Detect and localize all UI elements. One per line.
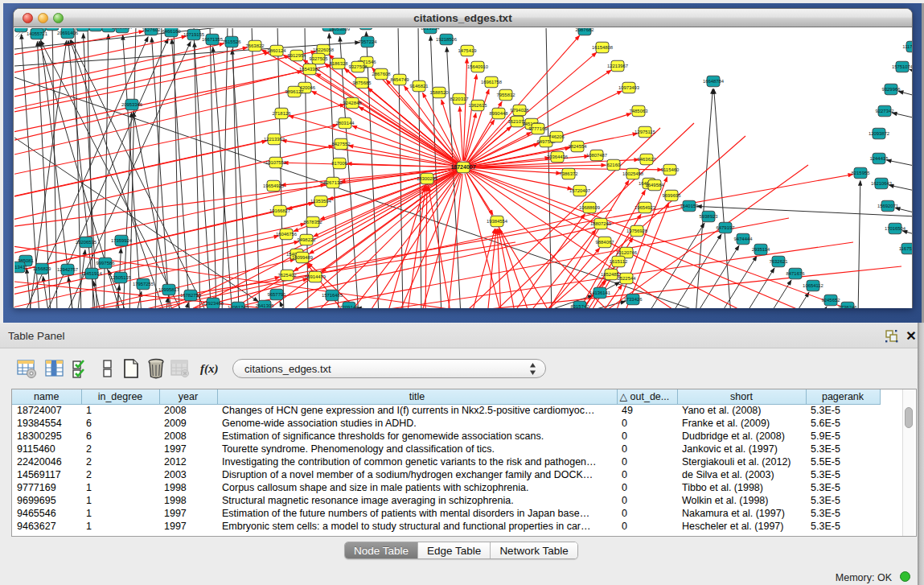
table-cell[interactable]: Wolkin et al. (1998) xyxy=(677,494,806,507)
graph-node[interactable]: 9777169 xyxy=(529,123,548,134)
tab-node-table[interactable]: Node Table xyxy=(345,542,418,558)
table-cell[interactable]: 0 xyxy=(617,481,677,494)
table-cell[interactable]: 0 xyxy=(617,455,677,468)
table-cell[interactable]: de Silva et al. (2003) xyxy=(677,468,806,481)
graph-node[interactable]: 7357224 xyxy=(359,36,378,47)
table-row[interactable]: 946362711997Embryonic stem cells: a mode… xyxy=(12,520,899,533)
graph-node[interactable]: 11175124 xyxy=(902,41,912,52)
table-row[interactable]: 911546021997Tourette syndrome. Phenomeno… xyxy=(12,443,899,455)
graph-node[interactable]: 10995817 xyxy=(158,284,179,295)
graph-node[interactable]: 9474444 xyxy=(734,233,754,245)
function-builder-button[interactable]: f(x) xyxy=(200,358,228,379)
table-cell[interactable]: 0 xyxy=(617,443,677,455)
graph-node[interactable]: 16046756 xyxy=(276,229,298,240)
graph-node[interactable]: 9699695 xyxy=(663,190,682,201)
table-cell[interactable]: 2008 xyxy=(159,430,217,443)
graph-node[interactable]: 16961758 xyxy=(481,76,503,88)
table-cell[interactable]: 2008 xyxy=(159,404,217,417)
table-cell[interactable]: Tibbo et al. (1998) xyxy=(677,481,806,494)
table-cell[interactable]: 6 xyxy=(81,430,159,443)
table-row[interactable]: 946554611997Estimation of the future num… xyxy=(12,507,899,520)
table-cell[interactable]: 9463627 xyxy=(12,520,81,533)
table-cell[interactable]: 14569117 xyxy=(12,468,81,481)
graph-node[interactable]: 8220317 xyxy=(450,93,469,105)
graph-node[interactable]: 19218506 xyxy=(436,34,458,45)
table-cell[interactable]: 5.3E-5 xyxy=(806,494,880,507)
table-row[interactable]: 1830029562008Estimation of significance … xyxy=(12,430,899,443)
table-cell[interactable]: 18300295 xyxy=(12,430,81,443)
table-cell[interactable]: 1998 xyxy=(159,481,217,494)
graph-node[interactable]: 9329966 xyxy=(882,84,901,95)
table-cell[interactable]: 9699695 xyxy=(12,494,81,507)
network-graph[interactable]: 1605572112045573140557212069140627691411… xyxy=(14,28,912,308)
graph-node[interactable]: 8215955 xyxy=(852,167,871,179)
graph-node[interactable]: 2641305 xyxy=(256,300,275,308)
table-selector-dropdown[interactable]: citations_edges.txt xyxy=(232,359,546,378)
graph-node[interactable]: 9115460 xyxy=(661,164,680,175)
table-cell[interactable]: 49 xyxy=(617,404,677,417)
graph-node[interactable]: 7663822 xyxy=(246,40,265,51)
resize-grip-icon[interactable] xyxy=(14,28,24,38)
column-header-pagerank[interactable]: pagerank xyxy=(806,389,880,404)
table-cell[interactable]: 2012 xyxy=(159,455,217,468)
graph-node[interactable]: 9884067 xyxy=(596,237,614,248)
graph-node[interactable]: 5938923 xyxy=(700,211,719,222)
graph-node[interactable]: 2087682 xyxy=(576,28,594,35)
network-canvas[interactable]: 1605572112045573140557212069140627691411… xyxy=(14,28,912,308)
table-cell[interactable]: 22420046 xyxy=(12,455,81,468)
table-cell[interactable]: Yano et al. (2008) xyxy=(677,404,806,417)
table-cell[interactable]: Jankovic et al. (1997) xyxy=(677,443,806,455)
graph-node[interactable]: 12942757 xyxy=(57,264,78,275)
graph-node[interactable]: 2718126 xyxy=(273,108,292,119)
table-cell[interactable]: 2009 xyxy=(159,417,217,430)
network-view-window[interactable]: citations_edges.txt 16055721120455731405… xyxy=(13,8,913,308)
graph-node[interactable]: 7625402 xyxy=(278,270,297,281)
table-cell[interactable]: 5.3E-5 xyxy=(806,507,880,520)
delete-column-button[interactable] xyxy=(146,358,166,379)
table-scrollbar-thumb[interactable] xyxy=(905,407,913,428)
table-row[interactable]: 977716911998Corpus callosum shape and si… xyxy=(12,481,899,494)
graph-node[interactable]: 1649584 xyxy=(646,179,665,191)
graph-node[interactable]: 9498222 xyxy=(298,234,316,245)
graph-node[interactable]: 7386372 xyxy=(560,168,578,179)
graph-node[interactable]: 7209146 xyxy=(340,302,359,308)
new-column-button[interactable] xyxy=(121,358,142,379)
graph-node[interactable]: 16210643 xyxy=(871,178,893,189)
graph-node[interactable]: 8186328 xyxy=(330,58,349,69)
table-cell[interactable]: 0 xyxy=(617,417,677,430)
graph-node[interactable]: 1167533 xyxy=(899,243,912,254)
graph-node[interactable]: 17957255 xyxy=(133,278,154,290)
table-cell[interactable]: 5.3E-5 xyxy=(806,468,880,481)
table-cell[interactable]: 5.3E-5 xyxy=(806,443,880,455)
column-header-short[interactable]: short xyxy=(677,389,806,404)
graph-node[interactable]: 7632621 xyxy=(770,256,788,267)
attribute-table[interactable]: namein_degreeyeartitle△ out_de...shortpa… xyxy=(12,389,899,533)
graph-node[interactable]: 9463627 xyxy=(638,154,656,165)
table-cell[interactable]: 0 xyxy=(617,468,677,481)
graph-node[interactable]: 6479197 xyxy=(717,222,735,233)
graph-node[interactable]: 1615112 xyxy=(610,256,628,267)
table-cell[interactable]: 1 xyxy=(81,520,159,533)
table-cell[interactable]: 1 xyxy=(81,494,159,507)
table-cell[interactable]: Hescheler et al. (1997) xyxy=(677,520,806,533)
graph-node[interactable]: 15751074 xyxy=(892,61,912,72)
table-scrollbar[interactable] xyxy=(902,389,914,536)
graph-node[interactable]: 1640159 xyxy=(680,200,699,212)
graph-node[interactable]: 10107552 xyxy=(265,157,286,168)
graph-node[interactable]: 12975115 xyxy=(634,126,655,138)
table-cell[interactable]: Structural magnetic resonance image aver… xyxy=(217,494,617,507)
table-cell[interactable]: 6 xyxy=(81,417,159,430)
graph-node[interactable]: 15720407 xyxy=(569,185,590,196)
graph-node[interactable]: 9657791 xyxy=(268,289,286,300)
table-cell[interactable]: 5.3E-5 xyxy=(806,404,880,417)
table-cell[interactable]: Corpus callosum shape and size in male p… xyxy=(217,481,617,494)
graph-node[interactable]: 15640910 xyxy=(467,61,489,72)
table-cell[interactable]: 2 xyxy=(81,455,159,468)
table-cell[interactable]: 1997 xyxy=(159,443,217,455)
table-cell[interactable]: 9777169 xyxy=(12,481,81,494)
table-cell[interactable]: 0 xyxy=(617,507,677,520)
table-cell[interactable]: 19384554 xyxy=(12,417,81,430)
graph-node[interactable]: 16671355 xyxy=(202,34,224,45)
graph-node[interactable]: 8313055 xyxy=(357,28,376,30)
graph-node[interactable]: 9997586 xyxy=(97,257,116,269)
